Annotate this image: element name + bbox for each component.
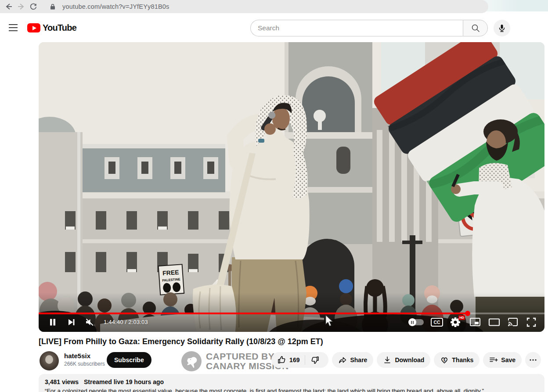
like-count: 169 bbox=[289, 356, 299, 363]
cast-button[interactable] bbox=[505, 314, 521, 330]
youtube-header: YouTube bbox=[0, 14, 548, 42]
mic-icon bbox=[498, 24, 506, 32]
video-frame: FREE PALESTINE bbox=[39, 42, 544, 332]
search-icon bbox=[471, 23, 480, 33]
volume-muted-icon bbox=[85, 317, 94, 327]
share-icon bbox=[338, 356, 347, 364]
dislike-button[interactable] bbox=[305, 352, 328, 368]
channel-row: hate5six 266K subscribers Subscribe CAPT… bbox=[39, 350, 544, 371]
fullscreen-button[interactable] bbox=[523, 314, 539, 330]
canary-bird-icon bbox=[181, 351, 202, 371]
download-icon bbox=[383, 356, 392, 364]
hd-badge: HD bbox=[458, 315, 465, 320]
next-button[interactable] bbox=[63, 314, 79, 330]
more-actions-button[interactable] bbox=[525, 352, 541, 368]
browser-toolbar: youtube.com/watch?v=JYfEYy81B0s bbox=[0, 0, 488, 13]
thumbs-up-icon bbox=[278, 356, 286, 364]
next-icon bbox=[67, 318, 76, 327]
channel-name[interactable]: hate5six bbox=[64, 352, 90, 360]
svg-text:$: $ bbox=[443, 358, 446, 362]
save-playlist-icon bbox=[489, 356, 498, 364]
url-field[interactable]: youtube.com/watch?v=JYfEYy81B0s bbox=[62, 3, 169, 10]
video-player[interactable]: FREE PALESTINE bbox=[39, 42, 544, 332]
search-box[interactable] bbox=[250, 20, 463, 36]
miniplayer-icon bbox=[469, 317, 481, 327]
captions-button[interactable]: CC bbox=[431, 318, 443, 327]
subscriber-count: 266K subscribers bbox=[64, 361, 105, 367]
thumbs-down-icon bbox=[310, 356, 319, 364]
subscribe-button[interactable]: Subscribe bbox=[107, 352, 151, 368]
description-box[interactable]: 3,481 views Streamed live 19 hours ago “… bbox=[39, 374, 544, 392]
forward-button[interactable] bbox=[15, 0, 27, 13]
save-button[interactable]: Save bbox=[483, 352, 522, 368]
description-text: “For a colonized people the most essenti… bbox=[45, 388, 538, 392]
back-button[interactable] bbox=[3, 0, 15, 13]
action-bar: 169 Share Download bbox=[271, 352, 541, 368]
miniplayer-button[interactable] bbox=[467, 314, 483, 330]
browser-chrome: youtube.com/watch?v=JYfEYy81B0s bbox=[0, 0, 548, 14]
share-button[interactable]: Share bbox=[332, 352, 373, 368]
menu-icon[interactable] bbox=[9, 24, 18, 31]
time-display: 1:44:40 / 2:03:03 bbox=[104, 319, 148, 325]
channel-avatar[interactable] bbox=[40, 351, 59, 370]
search-button[interactable] bbox=[463, 20, 488, 36]
stream-time: Streamed live 19 hours ago bbox=[84, 378, 164, 385]
video-meta: 3,481 views Streamed live 19 hours ago bbox=[45, 378, 538, 385]
autoplay-toggle[interactable] bbox=[409, 319, 424, 325]
reload-button[interactable] bbox=[27, 0, 40, 13]
settings-button[interactable]: HD bbox=[450, 316, 463, 330]
like-button[interactable]: 169 bbox=[271, 352, 305, 368]
mute-button[interactable] bbox=[82, 314, 97, 330]
view-count: 3,481 views bbox=[45, 378, 79, 385]
player-controls: 1:44:40 / 2:03:03 CC HD bbox=[39, 314, 544, 331]
ellipsis-icon bbox=[530, 359, 537, 361]
lock-icon bbox=[47, 0, 59, 13]
voice-search-button[interactable] bbox=[494, 20, 510, 36]
like-dislike-pill: 169 bbox=[271, 352, 328, 368]
search-input[interactable] bbox=[258, 24, 447, 32]
pause-icon bbox=[48, 318, 57, 327]
video-title: [LIVE] From Philly to Gaza: Emergency So… bbox=[39, 337, 544, 346]
youtube-play-icon bbox=[27, 23, 40, 32]
pause-button[interactable] bbox=[45, 314, 61, 330]
download-button[interactable]: Download bbox=[377, 352, 430, 368]
youtube-logo[interactable]: YouTube bbox=[27, 23, 76, 33]
thanks-heart-icon: $ bbox=[440, 356, 449, 364]
cast-icon bbox=[507, 317, 519, 327]
theater-mode-button[interactable] bbox=[486, 314, 502, 330]
fullscreen-icon bbox=[526, 317, 537, 327]
theater-icon bbox=[488, 318, 500, 327]
thanks-button[interactable]: $ Thanks bbox=[434, 352, 480, 368]
svg-text:FREE: FREE bbox=[162, 269, 179, 277]
